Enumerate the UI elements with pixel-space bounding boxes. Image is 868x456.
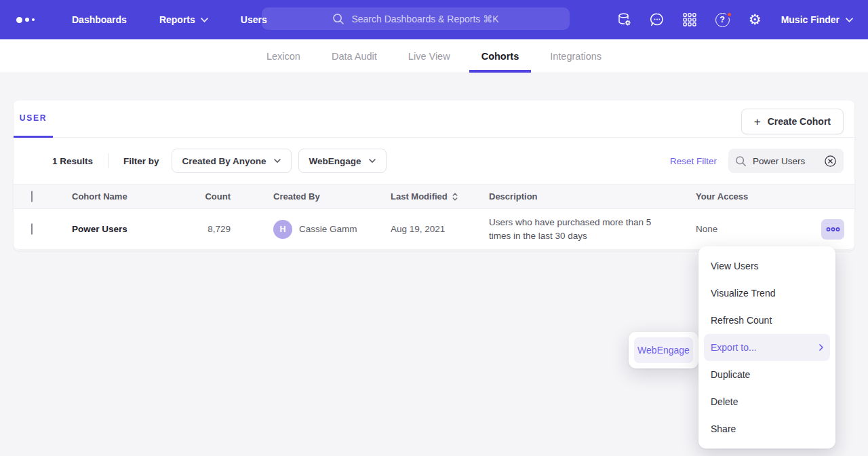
results-count: 1 Results — [52, 156, 93, 166]
project-switcher[interactable]: Music Finder — [774, 0, 857, 39]
settings-gear-icon[interactable]: ⚙ — [742, 7, 768, 33]
help-icon[interactable]: ? — [709, 7, 736, 33]
tab-cohorts[interactable]: Cohorts — [469, 39, 532, 73]
col-header-created-by[interactable]: Created By — [231, 191, 391, 202]
search-icon — [735, 155, 747, 167]
avatar: H — [273, 220, 292, 239]
count-cell: 8,729 — [187, 224, 231, 234]
tab-data-audit[interactable]: Data Audit — [319, 39, 389, 73]
menu-item-delete[interactable]: Delete — [704, 388, 830, 415]
col-header-count[interactable]: Count — [187, 191, 231, 202]
cohorts-card: USER + Create Cohort 1 Results Filter by… — [14, 100, 854, 250]
menu-item-view-users[interactable]: View Users — [704, 252, 830, 280]
nav-item-dashboards[interactable]: Dashboards — [56, 0, 143, 39]
chevron-right-icon — [819, 344, 823, 351]
col-header-last-modified[interactable]: Last Modified — [391, 191, 489, 202]
search-icon — [332, 13, 344, 25]
messages-icon[interactable] — [644, 7, 671, 33]
sort-arrows-icon[interactable] — [452, 193, 458, 201]
tab-user-cohorts[interactable]: USER — [14, 100, 53, 138]
creator-name: Cassie Gamm — [299, 224, 357, 234]
last-modified-cell: Aug 19, 2021 — [391, 224, 489, 234]
mixpanel-logo-dots-icon[interactable] — [16, 17, 43, 23]
col-header-your-access[interactable]: Your Access — [696, 191, 812, 202]
table-header-row: Cohort Name Count Created By Last Modifi… — [14, 184, 854, 209]
description-cell: Users who have purchased more than 5 tim… — [489, 216, 696, 242]
menu-item-share[interactable]: Share — [704, 415, 830, 442]
created-by-dropdown[interactable]: Created By Anyone — [172, 149, 292, 173]
clear-search-icon[interactable] — [824, 155, 837, 168]
row-actions-menu-button[interactable] — [821, 219, 844, 240]
filter-row: 1 Results Filter by Created By Anyone We… — [14, 138, 854, 184]
filter-right-cluster: Reset Filter Power Users — [670, 149, 844, 173]
menu-item-visualize-trend[interactable]: Visualize Trend — [704, 280, 830, 307]
tab-lexicon[interactable]: Lexicon — [254, 39, 313, 73]
row-actions-context-menu: View Users Visualize Trend Refresh Count… — [698, 246, 835, 449]
cohort-search-input[interactable]: Power Users — [728, 149, 844, 173]
tab-integrations[interactable]: Integrations — [538, 39, 614, 73]
cohort-name-cell[interactable]: Power Users — [72, 224, 187, 234]
tab-live-view[interactable]: Live View — [396, 39, 462, 73]
search-value: Power Users — [753, 156, 818, 166]
row-checkbox[interactable] — [31, 223, 33, 235]
plus-icon: + — [754, 116, 761, 128]
cohort-type-tabs: USER + Create Cohort — [14, 100, 854, 138]
section-tabbar: Lexicon Data Audit Live View Cohorts Int… — [0, 39, 868, 73]
chevron-down-icon — [274, 159, 281, 163]
nav-item-reports[interactable]: Reports — [143, 0, 224, 39]
filter-by-label: Filter by — [123, 156, 159, 166]
select-all-checkbox[interactable] — [31, 191, 33, 202]
menu-item-duplicate[interactable]: Duplicate — [704, 361, 830, 388]
col-header-description[interactable]: Description — [489, 191, 696, 202]
integration-dropdown[interactable]: WebEngage — [298, 149, 387, 173]
access-cell: None — [696, 224, 812, 234]
chevron-down-icon — [369, 159, 376, 163]
create-cohort-button[interactable]: + Create Cohort — [741, 109, 844, 134]
vertical-divider — [108, 153, 108, 168]
project-name: Music Finder — [781, 14, 840, 25]
reset-filter-link[interactable]: Reset Filter — [670, 156, 717, 166]
global-search-bar[interactable]: Search Dashboards & Reports ⌘K — [262, 7, 570, 30]
menu-item-refresh-count[interactable]: Refresh Count — [704, 307, 830, 334]
chevron-down-icon — [201, 18, 208, 22]
created-by-cell: H Cassie Gamm — [231, 220, 391, 239]
apps-grid-icon[interactable] — [677, 7, 703, 33]
table-row[interactable]: Power Users 8,729 H Cassie Gamm Aug 19, … — [14, 209, 854, 250]
nav-right-cluster: ? ⚙ Music Finder — [612, 0, 857, 39]
col-header-cohort-name[interactable]: Cohort Name — [72, 191, 187, 202]
data-sources-icon[interactable] — [612, 7, 638, 33]
menu-item-export-to[interactable]: Export to... — [704, 334, 830, 361]
main-nav: Dashboards Reports Users — [56, 0, 283, 39]
submenu-item-webengage[interactable]: WebEngage — [634, 337, 693, 363]
notification-dot — [726, 12, 732, 18]
chevron-down-icon — [846, 18, 853, 22]
search-placeholder: Search Dashboards & Reports ⌘K — [351, 14, 498, 24]
export-submenu: WebEngage — [629, 332, 698, 368]
top-nav: Dashboards Reports Users Search Dashboar… — [0, 0, 868, 39]
